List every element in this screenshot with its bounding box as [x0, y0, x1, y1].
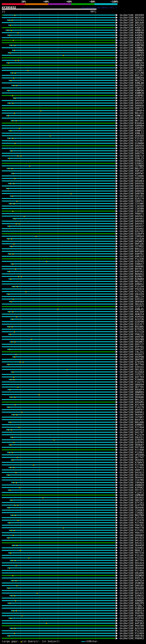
- alignment-bar: [9, 45, 115, 46]
- alignment-bar: [7, 326, 115, 327]
- subject-continues-arrow-icon: [116, 534, 118, 536]
- query-gap-triangle-icon: [20, 155, 22, 156]
- subject-continues-arrow-icon: [116, 320, 118, 323]
- query-gap-triangle-icon: [28, 557, 29, 558]
- subject-continues-arrow-icon: [116, 451, 118, 454]
- query-gap-triangle-icon: [14, 178, 15, 179]
- alignment-bar: [10, 264, 115, 264]
- query-gap-triangle-icon: [14, 404, 16, 405]
- subject-continues-arrow-icon: [116, 310, 118, 313]
- alignment-bar: [9, 379, 115, 380]
- subject-continues-arrow-icon: [116, 481, 118, 484]
- alignment-bar: [7, 537, 115, 538]
- alignment-bar: [2, 170, 115, 171]
- subject-continues-arrow-icon: [116, 637, 118, 640]
- alignment-bar: [2, 288, 115, 290]
- query-gap-triangle-icon: [9, 102, 10, 104]
- subject-continues-arrow-icon: [116, 253, 118, 255]
- subject-continues-arrow-icon: [116, 162, 118, 164]
- alignment-bar: [2, 608, 115, 608]
- subject-continues-arrow-icon: [116, 391, 118, 393]
- subject-continues-arrow-icon: [116, 57, 118, 59]
- query-gap-triangle-icon: [13, 203, 15, 204]
- alignment-bar: [2, 447, 115, 448]
- subject-continues-arrow-icon: [116, 303, 118, 305]
- query-gap-triangle-icon: [11, 341, 12, 342]
- subject-continues-arrow-icon: [116, 630, 118, 632]
- alignment-bar: [10, 196, 115, 196]
- subject-continues-arrow-icon: [116, 388, 118, 391]
- query-gap-triangle-icon: [12, 459, 13, 460]
- subject-continues-arrow-icon: [116, 263, 118, 265]
- alignment-bar: [2, 296, 115, 297]
- subject-continues-arrow-icon: [116, 220, 118, 222]
- subject-continues-arrow-icon: [116, 104, 118, 107]
- query-gap-triangle-icon: [11, 429, 12, 430]
- alignment-bar: [12, 356, 115, 357]
- alignment-bar: [8, 552, 115, 553]
- query-gap-triangle-icon: [11, 560, 13, 561]
- query-gap-triangle-icon: [8, 474, 9, 476]
- subject-continues-arrow-icon: [116, 283, 118, 285]
- subject-continues-arrow-icon: [116, 549, 118, 552]
- alignment-bar: [10, 319, 115, 320]
- subject-continues-arrow-icon: [116, 16, 118, 19]
- alignment-bar: [2, 369, 115, 370]
- query-gap-triangle-icon: [16, 200, 17, 202]
- subject-continues-arrow-icon: [116, 428, 118, 431]
- alignment-bar: [2, 570, 115, 571]
- subject-continues-arrow-icon: [116, 147, 118, 150]
- alignment-bar: [2, 193, 115, 194]
- alignment-bar: [7, 364, 115, 365]
- alignment-bar: [9, 396, 115, 398]
- query-gap-triangle-icon: [18, 276, 19, 277]
- alignment-bar: [9, 80, 115, 81]
- subject-continues-arrow-icon: [116, 39, 118, 41]
- subject-continues-arrow-icon: [116, 421, 118, 423]
- query-gap-triangle-icon: [36, 236, 37, 237]
- query-gap-triangle-icon: [11, 500, 12, 501]
- subject-continues-arrow-icon: [116, 519, 118, 521]
- query-gap-triangle-icon: [9, 52, 11, 54]
- alignment-bar: [2, 386, 115, 388]
- query-gap-triangle-icon: [17, 520, 19, 521]
- subject-continues-arrow-icon: [116, 54, 118, 56]
- hit-row[interactable]: UniRef100_P08963: [0, 637, 146, 640]
- alignment-bar: [2, 615, 115, 616]
- alignment-bar: [2, 37, 115, 38]
- subject-continues-arrow-icon: [116, 74, 118, 76]
- alignment-bar: [2, 477, 115, 478]
- query-gap-triangle-icon: [46, 622, 47, 624]
- query-gap-triangle-icon: [8, 406, 9, 408]
- alignment-bar: [12, 50, 115, 51]
- subject-continues-arrow-icon: [116, 343, 118, 346]
- query-gap-triangle-icon: [8, 238, 9, 240]
- alignment-bar: [11, 85, 115, 86]
- alignment-bar: [2, 494, 115, 496]
- subject-continues-arrow-icon: [116, 293, 118, 295]
- alignment-bar: [8, 183, 115, 184]
- subject-continues-arrow-icon: [116, 632, 118, 634]
- subject-continues-arrow-icon: [116, 245, 118, 248]
- subject-continues-arrow-icon: [116, 600, 118, 602]
- query-gap-triangle-icon: [11, 20, 13, 21]
- alignment-bar: [9, 246, 115, 247]
- subject-continues-arrow-icon: [116, 486, 118, 489]
- subject-continues-arrow-icon: [116, 617, 118, 619]
- subject-continues-arrow-icon: [116, 610, 118, 612]
- alignment-bar: [2, 329, 115, 330]
- subject-continues-arrow-icon: [116, 144, 118, 147]
- subject-continues-arrow-icon: [116, 82, 118, 84]
- subject-continues-arrow-icon: [116, 142, 118, 144]
- query-gap-triangle-icon: [19, 487, 20, 488]
- subject-continues-arrow-icon: [116, 418, 118, 421]
- alignment-bar: [2, 472, 115, 473]
- query-gap-triangle-icon: [38, 394, 40, 395]
- subject-continues-arrow-icon: [116, 208, 118, 210]
- subject-continues-arrow-icon: [116, 52, 118, 54]
- query-gap-triangle-icon: [10, 24, 11, 26]
- alignment-bar: [2, 241, 115, 242]
- query-gap-triangle-icon: [11, 195, 13, 197]
- alignment-bar: [2, 40, 115, 41]
- query-gap-triangle-icon: [20, 550, 21, 551]
